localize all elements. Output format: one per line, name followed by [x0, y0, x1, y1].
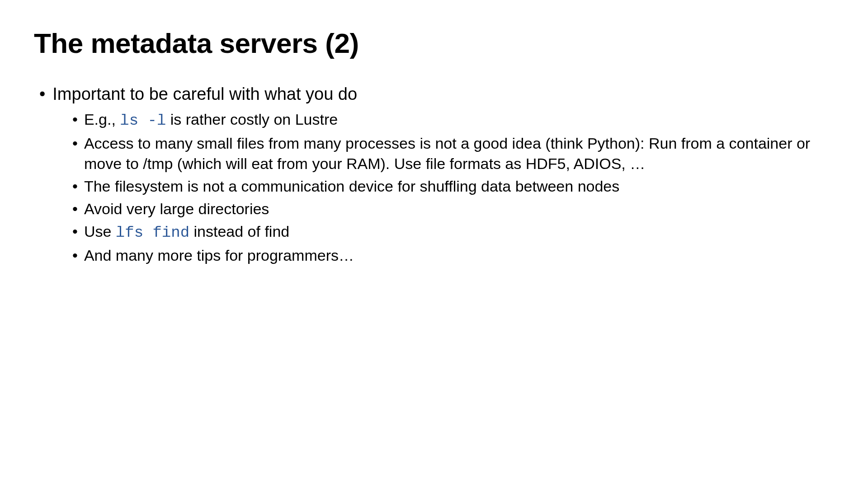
bullet-sub6: And many more tips for programmers…: [72, 245, 834, 265]
bullet-sub2-text: Access to many small files from many pro…: [84, 133, 834, 173]
code-ls-l: ls -l: [120, 112, 166, 129]
bullet-sub1-text: E.g., ls -l is rather costly on Lustre: [84, 109, 338, 131]
bullet-sub1: E.g., ls -l is rather costly on Lustre: [72, 109, 834, 131]
bullet-sub5-text: Use lfs find instead of find: [84, 221, 289, 243]
bullet-sub1-post: is rather costly on Lustre: [166, 111, 338, 128]
bullet-main: Important to be careful with what you do: [39, 83, 834, 106]
bullet-sub4: Avoid very large directories: [72, 199, 834, 219]
bullet-sub5: Use lfs find instead of find: [72, 221, 834, 243]
code-lfs-find: lfs find: [116, 224, 189, 241]
bullet-sub5-pre: Use: [84, 223, 116, 240]
bullet-sub3-text: The filesystem is not a communication de…: [84, 176, 619, 196]
bullet-sub4-text: Avoid very large directories: [84, 199, 269, 219]
bullet-sub1-pre: E.g.,: [84, 111, 120, 128]
bullet-sub5-post: instead of find: [189, 223, 289, 240]
bullet-main-text: Important to be careful with what you do: [52, 83, 357, 106]
bullet-sub2: Access to many small files from many pro…: [72, 133, 834, 173]
bullet-sub3: The filesystem is not a communication de…: [72, 176, 834, 196]
bullet-sub6-text: And many more tips for programmers…: [84, 245, 354, 265]
slide-title: The metadata servers (2): [34, 27, 834, 59]
